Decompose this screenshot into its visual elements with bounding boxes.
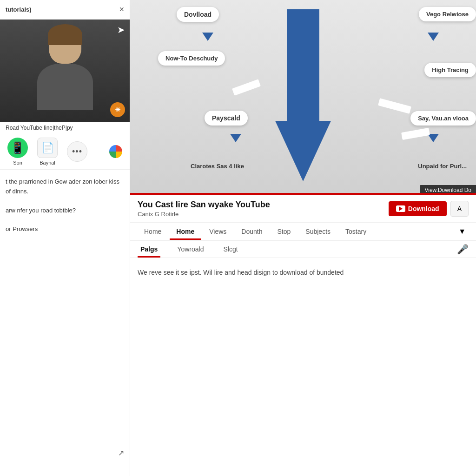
sidebar-text-1: t the prarrioned in Gow ader zon lober k… <box>6 177 124 197</box>
yt-icon <box>396 205 405 212</box>
mic-icon[interactable]: 🎤 <box>457 244 469 255</box>
person-hair <box>48 24 82 45</box>
tab-home1[interactable]: Home <box>138 223 168 240</box>
label-unpaid: Unpaid for Purl... <box>418 163 467 170</box>
white-arrow-2 <box>378 98 411 114</box>
video-person <box>0 20 130 122</box>
arrow-down-vego <box>428 33 439 43</box>
main-arrow-svg <box>275 9 331 181</box>
whatsapp-icon: 📱 <box>7 138 28 158</box>
video-channel: Canix G Rotirle <box>138 211 389 218</box>
diagram-area: Dovlload Now-To Deschudy Vego Relwiose H… <box>130 0 476 195</box>
chrome-icon <box>109 145 122 158</box>
tab-subjects[interactable]: Subjects <box>299 223 337 240</box>
arrow-down-download <box>202 33 213 43</box>
content-text: We reve see it se ipst. Wil lire and hea… <box>138 267 469 278</box>
person-body <box>37 64 93 110</box>
content-area: We reve see it se ipst. Wil lire and hea… <box>130 258 476 287</box>
sub-tab-slcgt[interactable]: Slcgt <box>220 241 240 258</box>
sidebar-text-2: arw nfer you road tobtble? <box>6 206 124 216</box>
tab-stop[interactable]: Stop <box>271 223 298 240</box>
video-thumbnail[interactable]: ➤ ☀ <box>0 20 130 122</box>
yt-play-icon <box>399 206 403 211</box>
tab-dounth[interactable]: Dounth <box>235 223 269 240</box>
more-icon: ••• <box>67 141 87 162</box>
nav-tabs: Home Home Views Dounth Stop Subjects Tos… <box>130 223 476 241</box>
bubble-vego: Vego Relwiose <box>419 7 476 21</box>
doc-item[interactable]: 📄 Baynal <box>37 138 58 165</box>
whatsapp-item[interactable]: 📱 Son <box>7 138 28 165</box>
bubble-download: Dovlload <box>177 7 219 22</box>
doc-icon: 📄 <box>37 138 58 158</box>
svg-marker-0 <box>275 9 331 181</box>
bubble-payscald: Payscald <box>205 111 248 126</box>
sidebar-header: tutorials) × <box>0 0 130 20</box>
avatar: ☀ <box>110 102 125 117</box>
nav-tab-icon[interactable]: ▼ <box>456 223 469 240</box>
sidebar-arrow-icon[interactable]: ↗ <box>118 449 124 457</box>
doc-label: Baynal <box>40 160 55 165</box>
sidebar: tutorials) × ➤ ☀ Road YouTube line|theP|… <box>0 0 130 476</box>
download-button[interactable]: Download <box>389 201 447 216</box>
video-main-title: You Cast lire San wyake YouTube <box>138 200 389 210</box>
arrow-down-payscald <box>230 134 241 144</box>
bubble-high: High Tracing <box>424 63 476 77</box>
main-content: Dovlload Now-To Deschudy Vego Relwiose H… <box>130 0 476 476</box>
bubble-say: Say, Vau.an vlooa <box>410 111 476 126</box>
white-arrow-3 <box>401 128 430 140</box>
whatsapp-label: Son <box>13 160 22 165</box>
app-row: 📱 Son 📄 Baynal ••• <box>0 134 130 170</box>
sub-tabs: Palgs Yowroald Slcgt 🎤 <box>130 241 476 258</box>
sidebar-title: tutorials) <box>6 6 32 13</box>
tab-home2[interactable]: Home <box>170 223 201 240</box>
video-info-row: You Cast lire San wyake YouTube Canix G … <box>130 195 476 223</box>
person-silhouette <box>33 26 98 115</box>
arrow-down-say <box>428 134 439 144</box>
close-icon[interactable]: × <box>119 5 124 14</box>
sidebar-text-3: or Prowsers <box>6 225 124 234</box>
diagram-inner: Dovlload Now-To Deschudy Vego Relwiose H… <box>130 0 476 195</box>
sub-tab-yowroald[interactable]: Yowroald <box>174 241 206 258</box>
more-item[interactable]: ••• <box>67 141 87 162</box>
label-clarotes: Clarotes Sas 4 like <box>191 163 244 170</box>
share-icon[interactable]: ➤ <box>117 24 125 35</box>
tab-views[interactable]: Views <box>203 223 233 240</box>
bubble-nowto: Now-To Deschudy <box>158 51 225 66</box>
tab-tostary[interactable]: Tostary <box>339 223 373 240</box>
sidebar-content: t the prarrioned in Gow ader zon lober k… <box>0 170 130 251</box>
video-title: Road YouTube line|theP|py <box>0 122 130 134</box>
person-head <box>49 26 81 64</box>
extra-action-button[interactable]: A <box>450 201 469 217</box>
video-meta: You Cast lire San wyake YouTube Canix G … <box>138 200 389 218</box>
video-progress-bar[interactable] <box>130 193 476 195</box>
sub-tab-palgs[interactable]: Palgs <box>138 241 160 258</box>
white-arrow-1 <box>232 79 261 96</box>
